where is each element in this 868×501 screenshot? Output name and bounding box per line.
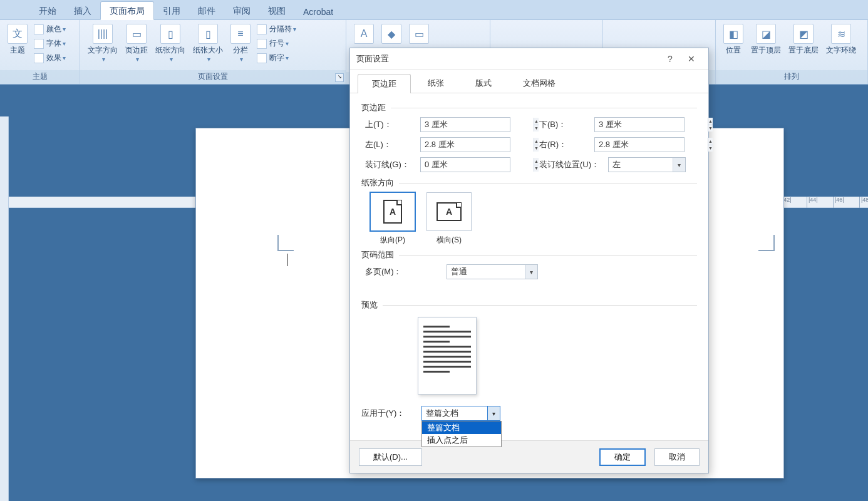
- dialog-tab-paper[interactable]: 纸张: [413, 73, 458, 93]
- spin-down-icon[interactable]: ▼: [534, 145, 539, 152]
- letter-a-icon: A: [446, 207, 452, 217]
- spin-down-icon[interactable]: ▼: [534, 165, 539, 172]
- watermark-icon: A: [354, 24, 374, 44]
- orientation-landscape[interactable]: A 横向(S): [425, 192, 473, 245]
- bottom-margin-input[interactable]: [595, 118, 708, 132]
- orientation-portrait[interactable]: A 纵向(P): [369, 192, 416, 245]
- letter-a-icon: A: [390, 207, 396, 217]
- tab-view[interactable]: 视图: [259, 2, 294, 19]
- themes-button[interactable]: 文 主题: [4, 23, 31, 57]
- theme-effects-button[interactable]: 效果▾: [31, 51, 68, 65]
- theme-colors-button[interactable]: 颜色▾: [31, 23, 68, 36]
- left-margin-label: 左(L)：: [365, 139, 420, 150]
- portrait-label: 纵向(P): [380, 235, 405, 245]
- spin-up-icon[interactable]: ▲: [534, 138, 539, 145]
- apply-to-select[interactable]: 整篇文档 ▾ 整篇文档 插入点之后: [421, 406, 500, 421]
- linenum-icon: [257, 39, 267, 49]
- themes-label: 主题: [10, 45, 25, 56]
- spin-down-icon[interactable]: ▼: [708, 125, 713, 132]
- cancel-button[interactable]: 取消: [654, 448, 700, 466]
- position-icon: ◧: [723, 24, 743, 44]
- size-button[interactable]: ▯纸张大小▾: [189, 23, 227, 64]
- themes-icon: 文: [8, 24, 28, 44]
- tab-mail[interactable]: 邮件: [189, 2, 224, 19]
- page-color-icon: ◆: [381, 24, 401, 44]
- page-setup-dialog-launcher[interactable]: ↘: [335, 73, 344, 82]
- font-icon: [34, 39, 44, 49]
- front-icon: ◪: [756, 24, 776, 44]
- apply-to-label: 应用于(Y)：: [361, 408, 421, 419]
- send-back-button[interactable]: ◩置于底层: [785, 23, 822, 57]
- bottom-margin-spinner[interactable]: ▲▼: [594, 117, 685, 132]
- bring-front-button[interactable]: ◪置于顶层: [747, 23, 785, 57]
- close-button[interactable]: ✕: [681, 50, 702, 68]
- margins-button[interactable]: ▭页边距▾: [121, 23, 152, 64]
- spin-down-icon[interactable]: ▼: [708, 145, 713, 152]
- left-margin-input[interactable]: [421, 138, 534, 152]
- gutter-label: 装订线(G)：: [365, 159, 420, 170]
- text-direction-icon: ||||: [93, 24, 113, 44]
- spin-down-icon[interactable]: ▼: [534, 125, 539, 132]
- dialog-titlebar[interactable]: 页面设置 ? ✕: [350, 48, 708, 70]
- margin-guide-tl: [277, 235, 294, 251]
- ok-button[interactable]: 确定: [599, 448, 646, 466]
- dialog-tab-layout[interactable]: 版式: [461, 73, 506, 93]
- apply-to-dropdown: 整篇文档 插入点之后: [421, 421, 502, 447]
- text-direction-button[interactable]: ||||文字方向▾: [84, 23, 121, 64]
- wrap-icon: ≋: [831, 24, 851, 44]
- top-margin-input[interactable]: [421, 118, 534, 132]
- bottom-margin-label: 下(B)：: [539, 119, 594, 130]
- spin-up-icon[interactable]: ▲: [708, 118, 713, 125]
- position-button[interactable]: ◧位置: [720, 23, 747, 57]
- spin-up-icon[interactable]: ▲: [534, 118, 539, 125]
- breaks-button[interactable]: 分隔符▾: [254, 23, 299, 36]
- theme-fonts-button[interactable]: 字体▾: [31, 37, 68, 50]
- gutter-input[interactable]: [421, 158, 534, 172]
- group-label-page-setup: 页面设置: [80, 70, 346, 84]
- left-margin-spinner[interactable]: ▲▼: [420, 137, 510, 152]
- multi-pages-select[interactable]: 普通 ▾: [447, 264, 538, 279]
- ruler-tick: |44|: [807, 197, 818, 208]
- tab-page-layout[interactable]: 页面布局: [100, 1, 154, 20]
- dialog-tab-grid[interactable]: 文档网格: [509, 73, 570, 93]
- margins-icon: ▭: [127, 24, 147, 44]
- page-border-icon: ▭: [409, 24, 429, 44]
- right-margin-input[interactable]: [595, 138, 708, 152]
- margin-guide-tr: [758, 235, 775, 251]
- spin-up-icon[interactable]: ▲: [534, 158, 539, 165]
- tab-acrobat[interactable]: Acrobat: [294, 3, 342, 19]
- gutter-spinner[interactable]: ▲▼: [420, 157, 510, 172]
- line-numbers-button[interactable]: 行号▾: [254, 37, 299, 50]
- section-preview: 预览: [361, 299, 697, 311]
- size-icon: ▯: [198, 24, 218, 44]
- effects-icon: [34, 53, 44, 63]
- tab-reference[interactable]: 引用: [154, 2, 189, 19]
- help-button[interactable]: ?: [659, 50, 681, 68]
- text-wrap-button[interactable]: ≋文字环绕: [822, 23, 860, 57]
- columns-button[interactable]: ≡分栏▾: [227, 23, 254, 64]
- tab-review[interactable]: 审阅: [224, 2, 259, 19]
- vertical-ruler[interactable]: [0, 116, 9, 501]
- top-margin-spinner[interactable]: ▲▼: [420, 117, 510, 132]
- right-margin-label: 右(R)：: [539, 139, 594, 150]
- hyphenation-button[interactable]: 断字▾: [254, 51, 299, 65]
- apply-to-option-whole[interactable]: 整篇文档: [422, 421, 501, 434]
- back-icon: ◩: [793, 24, 814, 44]
- apply-to-option-after[interactable]: 插入点之后: [422, 434, 501, 447]
- palette-icon: [34, 24, 44, 34]
- dialog-title: 页面设置: [356, 53, 389, 65]
- text-cursor: [287, 254, 287, 266]
- breaks-icon: [257, 24, 267, 34]
- section-orientation: 纸张方向: [361, 177, 697, 189]
- columns-icon: ≡: [230, 24, 251, 44]
- dialog-tab-margins[interactable]: 页边距: [358, 74, 411, 93]
- default-button[interactable]: 默认(D)...: [359, 448, 422, 466]
- tab-insert[interactable]: 插入: [65, 2, 100, 19]
- dialog-panel: 页边距 上(T)： ▲▼ 下(B)： ▲▼ 左(: [350, 93, 708, 421]
- orientation-button[interactable]: ▯纸张方向▾: [152, 23, 189, 64]
- right-margin-spinner[interactable]: ▲▼: [594, 137, 685, 152]
- gutter-pos-select[interactable]: 左 ▾: [608, 157, 686, 172]
- spin-up-icon[interactable]: ▲: [708, 138, 713, 145]
- ribbon-tabbar: 开始 插入 页面布局 引用 邮件 审阅 视图 Acrobat: [0, 0, 868, 20]
- tab-start[interactable]: 开始: [30, 2, 65, 19]
